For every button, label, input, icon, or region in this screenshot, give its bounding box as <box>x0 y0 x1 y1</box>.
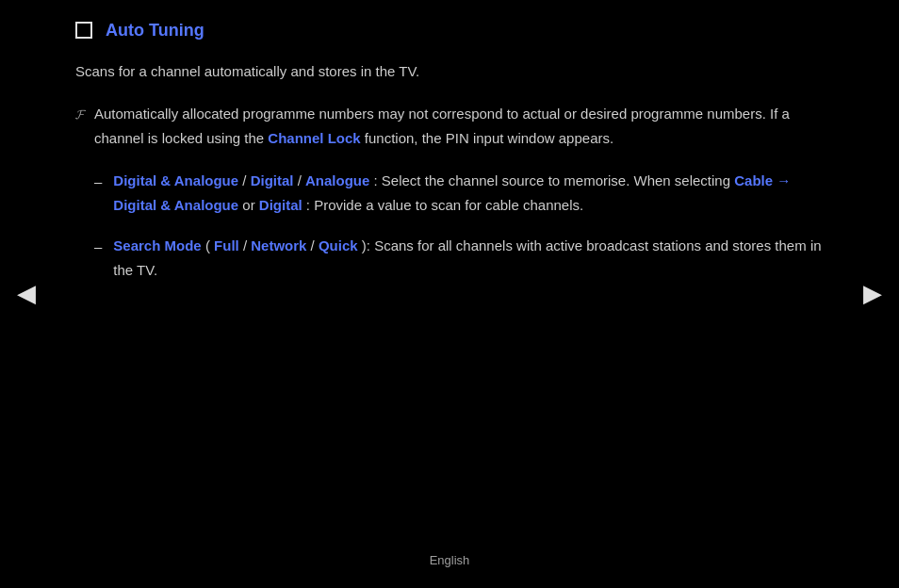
channel-lock-link: Channel Lock <box>268 130 360 146</box>
bullet1-end: : Provide a value to scan for cable chan… <box>306 197 583 213</box>
network-label: Network <box>251 237 306 253</box>
full-label: Full <box>214 237 239 253</box>
bullet-dash-1: – <box>94 171 102 193</box>
intro-paragraph: Scans for a channel automatically and st… <box>75 59 824 84</box>
digital-label: Digital <box>251 172 294 188</box>
bullet-item-1: – Digital & Analogue / Digital / Analogu… <box>94 169 824 217</box>
search-mode-label: Search Mode <box>113 237 201 253</box>
bullet1-body: : Select the channel source to memorise.… <box>374 172 735 188</box>
analogue-label: Analogue <box>305 172 369 188</box>
page-title: Auto Tuning <box>106 17 204 44</box>
note-text: Automatically allocated programme number… <box>94 102 824 150</box>
digital-label-2: Digital <box>259 197 302 213</box>
sep2: / <box>298 172 305 188</box>
sep3: / <box>243 237 251 253</box>
bullet1-or: or <box>242 197 259 213</box>
nav-right-arrow[interactable]: ▶ <box>863 274 882 314</box>
bullet-item-2: – Search Mode ( Full / Network / Quick )… <box>94 234 824 282</box>
sep1: / <box>242 172 250 188</box>
nav-left-arrow[interactable]: ◀ <box>17 274 36 314</box>
bullet-content-2: Search Mode ( Full / Network / Quick ): … <box>113 234 824 282</box>
footer-language: English <box>430 551 470 571</box>
bullet-content-1: Digital & Analogue / Digital / Analogue … <box>113 169 824 217</box>
note-icon: 𝓕 <box>75 104 85 124</box>
bullet-dash-2: – <box>94 236 102 258</box>
title-row: Auto Tuning <box>75 17 824 44</box>
note-row: 𝓕 Automatically allocated programme numb… <box>75 102 824 150</box>
quick-label: Quick <box>319 237 358 253</box>
main-content: Auto Tuning Scans for a channel automati… <box>0 0 899 355</box>
bullet-list: – Digital & Analogue / Digital / Analogu… <box>94 169 824 282</box>
paren-open: ( <box>205 237 210 253</box>
sep4: / <box>311 237 319 253</box>
digital-analogue-label: Digital & Analogue <box>113 172 238 188</box>
title-icon <box>75 22 92 39</box>
